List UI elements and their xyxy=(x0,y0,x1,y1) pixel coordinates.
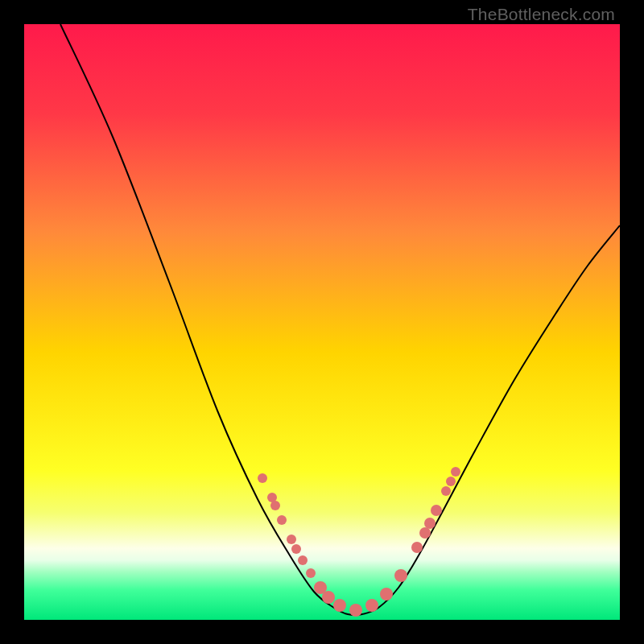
data-dot xyxy=(394,569,407,582)
data-dot xyxy=(298,555,308,565)
data-dot xyxy=(287,535,296,544)
data-dot xyxy=(424,518,436,529)
data-dot xyxy=(451,467,460,477)
bottleneck-curve-path xyxy=(60,24,620,615)
data-dot xyxy=(380,588,393,601)
bottleneck-curve-svg xyxy=(24,24,620,620)
data-dot xyxy=(306,568,316,578)
data-dot xyxy=(258,473,267,483)
data-dot xyxy=(419,527,431,539)
data-dot xyxy=(291,544,301,554)
data-dot xyxy=(441,486,451,496)
watermark-text: TheBottleneck.com xyxy=(468,5,615,24)
chart-frame xyxy=(24,24,620,620)
data-dot xyxy=(446,477,456,486)
data-dot xyxy=(270,501,280,510)
data-dot xyxy=(333,599,346,612)
data-dot xyxy=(431,505,442,516)
data-dot xyxy=(322,591,335,604)
data-dot xyxy=(411,542,423,553)
data-dot xyxy=(277,515,287,525)
data-dot xyxy=(365,599,378,612)
dots-group xyxy=(258,467,460,617)
data-dot xyxy=(349,604,362,617)
